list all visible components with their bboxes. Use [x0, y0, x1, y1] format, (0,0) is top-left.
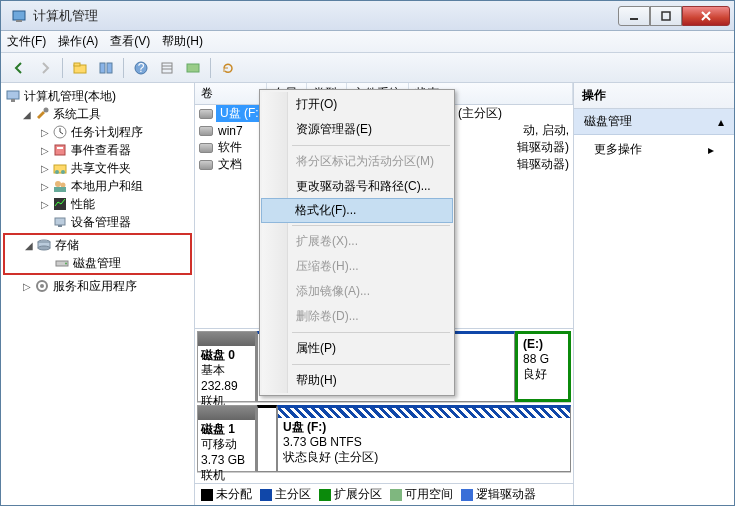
disk-info: 磁盘 0 基本 232.89 联机 [197, 331, 257, 402]
chevron-up-icon: ▴ [718, 115, 724, 129]
menu-action[interactable]: 操作(A) [58, 33, 98, 50]
device-icon [52, 214, 68, 230]
part-label: U盘 (F:) [283, 420, 565, 435]
tree-system-tools[interactable]: ◢ 系统工具 [3, 105, 192, 123]
disk-size: 232.89 [201, 379, 252, 395]
tree-task-scheduler[interactable]: ▷ 任务计划程序 [3, 123, 192, 141]
expander-blank [41, 258, 52, 269]
part-status: 状态良好 (主分区) [283, 450, 565, 465]
svg-point-29 [38, 246, 50, 250]
navigation-tree[interactable]: 计算机管理(本地) ◢ 系统工具 ▷ 任务计划程序 ▷ 事件查看器 ▷ 共享文件… [1, 83, 195, 505]
view-button[interactable] [181, 56, 205, 80]
actions-section[interactable]: 磁盘管理 ▴ [574, 109, 734, 135]
menu-shrink[interactable]: 压缩卷(H)... [262, 254, 452, 279]
svg-rect-2 [630, 18, 638, 20]
tools-icon [34, 106, 50, 122]
storage-icon [36, 237, 52, 253]
disk-kind: 基本 [201, 363, 252, 379]
part-size: 88 G [523, 352, 563, 367]
actions-more[interactable]: 更多操作 ▸ [574, 135, 734, 164]
expander-icon[interactable]: ▷ [21, 281, 32, 292]
list-button[interactable] [155, 56, 179, 80]
disk-size: 3.73 GB [201, 453, 252, 469]
expander-icon[interactable]: ▷ [39, 127, 50, 138]
partition-e[interactable]: (E:) 88 G 良好 [515, 331, 571, 402]
tree-label: 系统工具 [53, 106, 101, 123]
menu-help[interactable]: 帮助(H) [262, 368, 452, 393]
separator [123, 58, 124, 78]
tree-event-viewer[interactable]: ▷ 事件查看器 [3, 141, 192, 159]
tree-label: 磁盘管理 [73, 255, 121, 272]
partition-unalloc[interactable] [257, 405, 277, 472]
menu-format[interactable]: 格式化(F)... [261, 198, 453, 223]
legend-extended: 扩展分区 [319, 486, 382, 503]
expander-icon[interactable]: ▷ [39, 181, 50, 192]
disk-row-1[interactable]: 磁盘 1 可移动 3.73 GB 联机 U盘 (F:) 3.73 GB NTFS… [197, 405, 571, 473]
menu-delete[interactable]: 删除卷(D)... [262, 304, 452, 329]
svg-point-14 [44, 108, 49, 113]
expander-icon[interactable]: ◢ [23, 240, 34, 251]
menu-separator [292, 332, 450, 333]
tree-disk-management[interactable]: 磁盘管理 [5, 254, 190, 272]
expander-icon[interactable]: ◢ [21, 109, 32, 120]
col-volume[interactable]: 卷 [195, 83, 267, 104]
computer-icon [5, 88, 21, 104]
actions-section-label: 磁盘管理 [584, 113, 632, 130]
disk-header-icon [198, 332, 255, 346]
menu-help[interactable]: 帮助(H) [162, 33, 203, 50]
window-controls [618, 6, 730, 26]
disk-header-icon [198, 406, 255, 420]
legend-primary: 主分区 [260, 486, 311, 503]
menu-mark-active[interactable]: 将分区标记为活动分区(M) [262, 149, 452, 174]
tree-shared-folders[interactable]: ▷ 共享文件夹 [3, 159, 192, 177]
svg-rect-17 [57, 147, 63, 149]
svg-rect-7 [107, 63, 112, 73]
titlebar[interactable]: 计算机管理 [1, 1, 734, 31]
tree-label: 存储 [55, 237, 79, 254]
separator [62, 58, 63, 78]
svg-rect-1 [16, 20, 22, 22]
svg-rect-6 [100, 63, 105, 73]
volume-tail: 辑驱动器) [517, 156, 569, 173]
menu-view[interactable]: 查看(V) [110, 33, 150, 50]
tree-device-manager[interactable]: 设备管理器 [3, 213, 192, 231]
services-icon [34, 278, 50, 294]
help-button[interactable]: ? [129, 56, 153, 80]
menu-separator [292, 145, 450, 146]
tree-root[interactable]: 计算机管理(本地) [3, 87, 192, 105]
menu-explorer[interactable]: 资源管理器(E) [262, 117, 452, 142]
panes-button[interactable] [94, 56, 118, 80]
app-icon [11, 8, 27, 24]
tree-label: 共享文件夹 [71, 160, 131, 177]
forward-button[interactable] [33, 56, 57, 80]
disk-title: 磁盘 0 [201, 348, 252, 364]
tree-storage[interactable]: ◢ 存储 [5, 236, 190, 254]
tree-label: 设备管理器 [71, 214, 131, 231]
minimize-button[interactable] [618, 6, 650, 26]
partition-selected-hatch [278, 408, 570, 418]
expander-icon[interactable]: ▷ [39, 163, 50, 174]
menu-open[interactable]: 打开(O) [262, 92, 452, 117]
menu-properties[interactable]: 属性(P) [262, 336, 452, 361]
context-menu: 打开(O) 资源管理器(E) 将分区标记为活动分区(M) 更改驱动器号和路径(C… [259, 89, 455, 396]
menu-file[interactable]: 文件(F) [7, 33, 46, 50]
folder-button[interactable] [68, 56, 92, 80]
back-button[interactable] [7, 56, 31, 80]
svg-point-20 [61, 170, 65, 174]
menu-extend[interactable]: 扩展卷(X)... [262, 229, 452, 254]
maximize-button[interactable] [650, 6, 682, 26]
refresh-button[interactable] [216, 56, 240, 80]
chevron-right-icon: ▸ [708, 143, 714, 157]
menu-mirror[interactable]: 添加镜像(A)... [262, 279, 452, 304]
volume-name: win7 [216, 124, 245, 138]
expander-icon[interactable]: ▷ [39, 145, 50, 156]
volume-name: 软件 [216, 139, 244, 156]
expander-icon[interactable]: ▷ [39, 199, 50, 210]
partition-f[interactable]: U盘 (F:) 3.73 GB NTFS 状态良好 (主分区) [277, 405, 571, 472]
close-button[interactable] [682, 6, 730, 26]
tree-local-users[interactable]: ▷ 本地用户和组 [3, 177, 192, 195]
storage-highlight-box: ◢ 存储 磁盘管理 [3, 233, 192, 275]
tree-performance[interactable]: ▷ 性能 [3, 195, 192, 213]
tree-services[interactable]: ▷ 服务和应用程序 [3, 277, 192, 295]
menu-change-letter[interactable]: 更改驱动器号和路径(C)... [262, 174, 452, 199]
